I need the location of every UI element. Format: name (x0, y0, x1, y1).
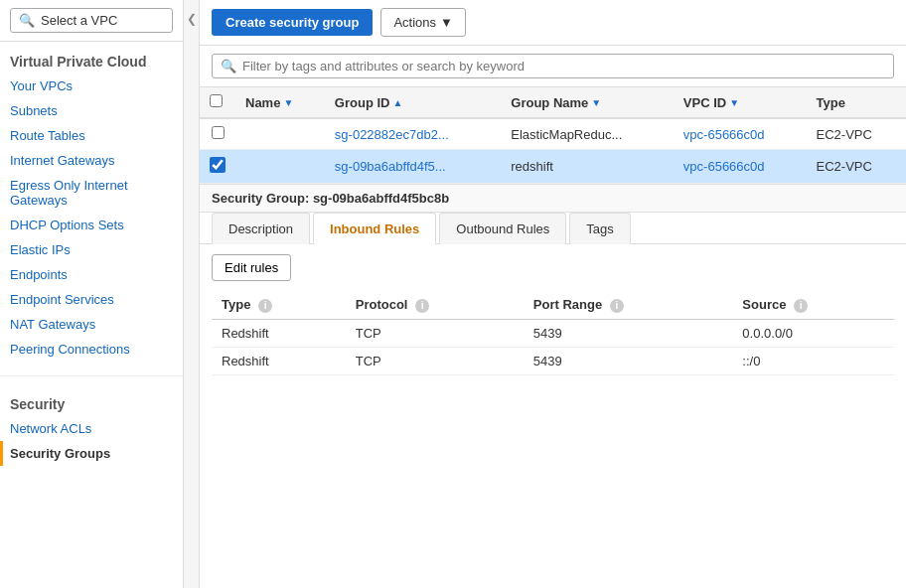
vpc-select-label: Select a VPC (41, 13, 117, 28)
row-name (235, 118, 325, 150)
table-row[interactable]: sg-09ba6abffd4f5... redshift vpc-65666c0… (200, 150, 906, 184)
filter-bar: 🔍 (200, 46, 906, 87)
port-range-info-icon[interactable]: i (610, 299, 624, 313)
collapse-icon: ❮ (187, 12, 197, 26)
sg-header: Security Group: sg-09ba6abffd4f5bc8b (200, 185, 906, 213)
rule-port-range: 5439 (524, 320, 733, 348)
col-group-id-label: Group ID (335, 95, 390, 110)
actions-button[interactable]: Actions ▼ (380, 8, 466, 37)
row-checkbox-cell (200, 150, 235, 184)
rule-port-range: 5439 (524, 348, 733, 375)
row-type: EC2-VPC (807, 150, 906, 184)
sidebar-collapse-handle[interactable]: ❮ (184, 0, 200, 588)
sidebar-section-vpc: Virtual Private Cloud (0, 42, 183, 74)
toolbar: Create security group Actions ▼ (200, 0, 906, 46)
col-vpc-id: VPC ID ▼ (674, 87, 807, 118)
sidebar-item-route-tables[interactable]: Route Tables (0, 123, 183, 148)
sg-header-label: Security Group: (212, 191, 309, 206)
vpc-select-box[interactable]: 🔍 Select a VPC (10, 8, 173, 33)
sidebar-item-elastic-ips[interactable]: Elastic IPs (0, 237, 183, 262)
tab-content-inbound: Edit rules Type i Protocol i Port Ran (200, 244, 906, 385)
tab-description[interactable]: Description (212, 213, 310, 244)
table-row[interactable]: sg-022882ec7db2... ElasticMapReduc... vp… (200, 118, 906, 150)
rules-row: Redshift TCP 5439 0.0.0.0/0 (212, 320, 894, 348)
actions-chevron-icon: ▼ (440, 15, 453, 30)
filter-input[interactable] (242, 59, 885, 74)
col-type: Type (807, 87, 906, 118)
rule-type: Redshift (212, 348, 346, 375)
rules-col-source: Source i (732, 291, 894, 320)
row-group-id[interactable]: sg-09ba6abffd4f5... (325, 150, 501, 184)
rule-protocol: TCP (346, 348, 524, 375)
security-groups-table: Name ▼ Group ID ▲ Group Name ▼ (200, 87, 906, 184)
sidebar-item-endpoints[interactable]: Endpoints (0, 262, 183, 287)
sidebar-item-dhcp-options[interactable]: DHCP Options Sets (0, 213, 183, 237)
main-table-wrap: Name ▼ Group ID ▲ Group Name ▼ (200, 87, 906, 185)
row-checkbox[interactable] (212, 126, 225, 139)
sidebar-item-network-acls[interactable]: Network ACLs (0, 416, 183, 441)
tab-outbound-rules[interactable]: Outbound Rules (439, 213, 566, 244)
create-security-group-button[interactable]: Create security group (212, 9, 373, 36)
protocol-info-icon[interactable]: i (415, 299, 429, 313)
sidebar-item-subnets[interactable]: Subnets (0, 98, 183, 123)
col-vpc-id-label: VPC ID (683, 95, 726, 110)
row-vpc-id[interactable]: vpc-65666c0d (674, 118, 807, 150)
source-info-icon[interactable]: i (794, 299, 808, 313)
rules-col-port-range: Port Range i (524, 291, 733, 320)
sidebar: 🔍 Select a VPC Virtual Private Cloud You… (0, 0, 184, 588)
vpc-select-container: 🔍 Select a VPC (0, 0, 183, 42)
col-vpc-id-sort-icon[interactable]: ▼ (729, 97, 739, 108)
col-group-name-label: Group Name (511, 95, 588, 110)
col-group-name: Group Name ▼ (501, 87, 674, 118)
col-group-id: Group ID ▲ (325, 87, 501, 118)
sidebar-item-nat-gateways[interactable]: NAT Gateways (0, 312, 183, 337)
tab-tags[interactable]: Tags (569, 213, 630, 244)
tab-inbound-rules[interactable]: Inbound Rules (313, 213, 436, 244)
sidebar-item-endpoint-services[interactable]: Endpoint Services (0, 287, 183, 312)
search-icon: 🔍 (19, 13, 35, 28)
sidebar-section-security: Security (0, 384, 183, 416)
sidebar-section-security-container: Security Network ACLs Security Groups (0, 375, 183, 466)
row-type: EC2-VPC (807, 118, 906, 150)
row-group-id[interactable]: sg-022882ec7db2... (325, 118, 501, 150)
select-all-checkbox[interactable] (210, 94, 223, 107)
col-group-id-sort-icon[interactable]: ▲ (392, 97, 402, 108)
rule-source: 0.0.0.0/0 (732, 320, 894, 348)
sidebar-item-security-groups[interactable]: Security Groups (0, 441, 183, 466)
col-group-name-sort-icon[interactable]: ▼ (591, 97, 601, 108)
actions-label: Actions (393, 15, 436, 30)
sg-detail-panel: Security Group: sg-09ba6abffd4f5bc8b Des… (200, 185, 906, 588)
col-name-label: Name (245, 95, 280, 110)
row-checkbox[interactable] (210, 157, 226, 173)
row-name (235, 150, 325, 184)
sg-header-id: sg-09ba6abffd4f5bc8b (313, 191, 449, 206)
row-vpc-id[interactable]: vpc-65666c0d (674, 150, 807, 184)
select-all-header (200, 87, 235, 118)
main-content: Create security group Actions ▼ 🔍 Name (200, 0, 906, 588)
row-checkbox-cell (200, 118, 235, 150)
col-name: Name ▼ (235, 87, 325, 118)
edit-rules-button[interactable]: Edit rules (212, 254, 291, 281)
sidebar-item-peering-connections[interactable]: Peering Connections (0, 337, 183, 362)
type-info-icon[interactable]: i (258, 299, 272, 313)
rule-source: ::/0 (732, 348, 894, 375)
row-group-name: redshift (501, 150, 674, 184)
inbound-rules-table: Type i Protocol i Port Range i Source (212, 291, 894, 375)
row-group-name: ElasticMapReduc... (501, 118, 674, 150)
rules-col-protocol: Protocol i (346, 291, 524, 320)
tabs-bar: Description Inbound Rules Outbound Rules… (200, 213, 906, 244)
filter-input-wrap: 🔍 (212, 54, 894, 78)
sidebar-item-egress-gateways[interactable]: Egress Only Internet Gateways (0, 173, 183, 213)
sidebar-item-your-vpcs[interactable]: Your VPCs (0, 74, 183, 98)
rule-protocol: TCP (346, 320, 524, 348)
col-type-label: Type (817, 95, 845, 110)
filter-search-icon: 🔍 (221, 59, 236, 74)
col-name-sort-icon[interactable]: ▼ (283, 97, 293, 108)
rules-row: Redshift TCP 5439 ::/0 (212, 348, 894, 375)
rules-col-type: Type i (212, 291, 346, 320)
rule-type: Redshift (212, 320, 346, 348)
sidebar-item-internet-gateways[interactable]: Internet Gateways (0, 148, 183, 173)
